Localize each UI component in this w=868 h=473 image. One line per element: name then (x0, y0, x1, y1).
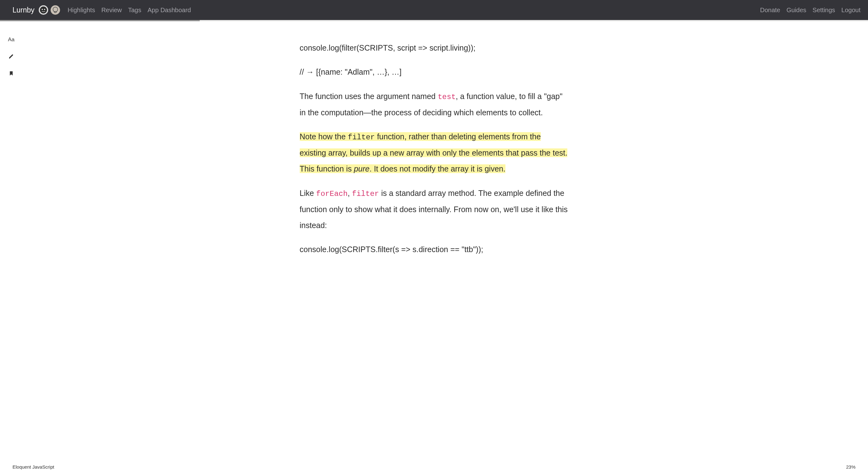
top-navbar: Lurnby Highlights Review Tags App Dashbo… (0, 0, 868, 20)
avatar-1[interactable] (39, 5, 48, 15)
para2-pure: pure (354, 164, 369, 173)
code-block-1-line-1: console.log(filter(SCRIPTS, script => sc… (300, 40, 568, 56)
svg-point-2 (42, 9, 43, 10)
brand-logo[interactable]: Lurnby (12, 6, 34, 14)
paragraph-2-highlighted: Note how the filter function, rather tha… (300, 129, 568, 177)
code-inline-filter-hl: filter (348, 133, 375, 141)
article-body: console.log(filter(SCRIPTS, script => sc… (290, 21, 578, 291)
nav-app-dashboard[interactable]: App Dashboard (148, 6, 191, 14)
svg-point-4 (51, 5, 60, 15)
svg-point-3 (44, 9, 45, 10)
nav-left-group: Highlights Review Tags App Dashboard (67, 6, 191, 14)
code-inline-filter: filter (352, 190, 379, 198)
footer-progress-percent: 23% (846, 464, 856, 470)
para1-pre: The function uses the argument named (300, 92, 438, 101)
nav-highlights[interactable]: Highlights (67, 6, 95, 14)
svg-point-1 (40, 6, 47, 14)
highlight-span[interactable]: Note how the filter function, rather tha… (300, 132, 568, 173)
avatar-group (39, 5, 60, 15)
paragraph-3: Like forEach, filter is a standard array… (300, 185, 568, 234)
face-icon (39, 5, 48, 15)
code-inline-test: test (438, 93, 456, 101)
para3-pre: Like (300, 189, 316, 197)
nav-logout[interactable]: Logout (841, 6, 861, 14)
content-scroll[interactable]: console.log(filter(SCRIPTS, script => sc… (0, 21, 868, 461)
code-block-2-line-1: console.log(SCRIPTS.filter(s => s.direct… (300, 242, 568, 257)
code-inline-foreach: forEach (316, 190, 348, 198)
nav-tags[interactable]: Tags (128, 6, 141, 14)
nav-settings[interactable]: Settings (813, 6, 835, 14)
lightbulb-icon (51, 5, 60, 15)
nav-donate[interactable]: Donate (760, 6, 780, 14)
footer-bar: Eloquent JavaScript 23% (0, 461, 868, 473)
nav-right-group: Donate Guides Settings Logout (760, 6, 861, 14)
para3-sep: , (348, 189, 352, 197)
nav-review[interactable]: Review (101, 6, 122, 14)
para2-pre: Note how the (300, 132, 348, 141)
nav-guides[interactable]: Guides (786, 6, 806, 14)
paragraph-1: The function uses the argument named tes… (300, 88, 568, 121)
avatar-2[interactable] (51, 5, 60, 15)
code-block-1-line-2: // → [{name: "Adlam", …}, …] (300, 64, 568, 80)
footer-book-title: Eloquent JavaScript (12, 464, 54, 470)
para2-post: . It does not modify the array it is giv… (369, 164, 505, 173)
